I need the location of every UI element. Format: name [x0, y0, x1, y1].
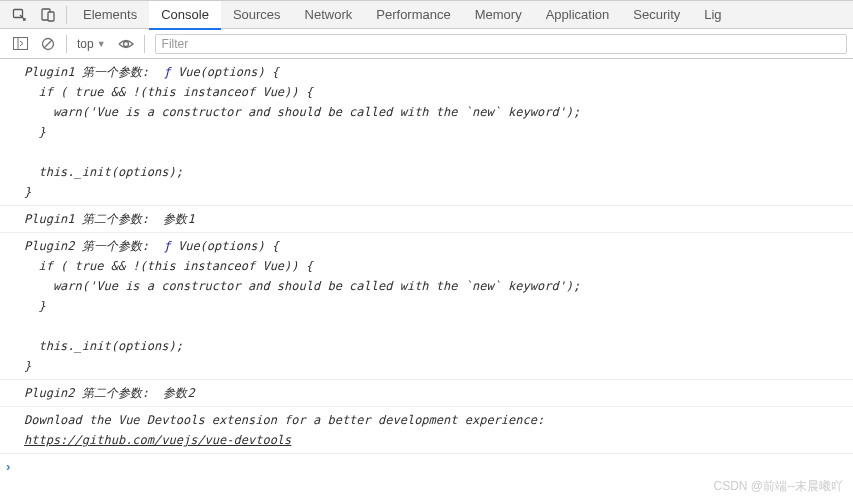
tab-console[interactable]: Console — [149, 1, 221, 30]
filter-placeholder: Filter — [162, 37, 189, 51]
filter-input[interactable]: Filter — [155, 34, 847, 54]
tab-lighthouse[interactable]: Lig — [692, 0, 733, 29]
tab-network[interactable]: Network — [293, 0, 365, 29]
svg-rect-2 — [48, 12, 54, 21]
tab-performance[interactable]: Performance — [364, 0, 462, 29]
console-log-entry[interactable]: Plugin1 第二个参数: 参数1 — [0, 206, 853, 233]
console-log-entry[interactable]: Plugin2 第二个参数: 参数2 — [0, 380, 853, 407]
device-toolbar-icon[interactable] — [34, 1, 62, 29]
tab-sources[interactable]: Sources — [221, 0, 293, 29]
tab-memory[interactable]: Memory — [463, 0, 534, 29]
console-toolbar: top ▼ Filter — [0, 29, 853, 59]
svg-rect-3 — [13, 38, 27, 50]
divider — [66, 35, 67, 53]
tab-application[interactable]: Application — [534, 0, 622, 29]
context-label: top — [77, 37, 94, 51]
execution-context-selector[interactable]: top ▼ — [71, 33, 112, 55]
console-log-entry[interactable]: Plugin1 第一个参数: ƒ Vue(options) { if ( tru… — [0, 59, 853, 206]
tab-elements[interactable]: Elements — [71, 0, 149, 29]
clear-console-icon[interactable] — [34, 30, 62, 58]
console-log-entry[interactable]: Plugin2 第一个参数: ƒ Vue(options) { if ( tru… — [0, 233, 853, 380]
chevron-down-icon: ▼ — [97, 39, 106, 49]
divider — [144, 35, 145, 53]
function-keyword: ƒ — [163, 65, 170, 79]
tab-security[interactable]: Security — [621, 0, 692, 29]
chevron-right-icon: › — [6, 459, 10, 474]
devtools-tabs-bar: Elements Console Sources Network Perform… — [0, 0, 853, 29]
devtools-link[interactable]: https://github.com/vuejs/vue-devtools — [24, 433, 291, 447]
svg-point-7 — [123, 41, 128, 46]
console-output: Plugin1 第一个参数: ƒ Vue(options) { if ( tru… — [0, 59, 853, 454]
function-keyword: ƒ — [163, 239, 170, 253]
console-log-entry[interactable]: Download the Vue Devtools extension for … — [0, 407, 853, 454]
svg-line-6 — [44, 40, 52, 48]
console-prompt[interactable]: › — [0, 454, 853, 478]
live-expression-icon[interactable] — [112, 30, 140, 58]
inspect-element-icon[interactable] — [6, 1, 34, 29]
divider — [66, 6, 67, 24]
console-sidebar-toggle-icon[interactable] — [6, 30, 34, 58]
